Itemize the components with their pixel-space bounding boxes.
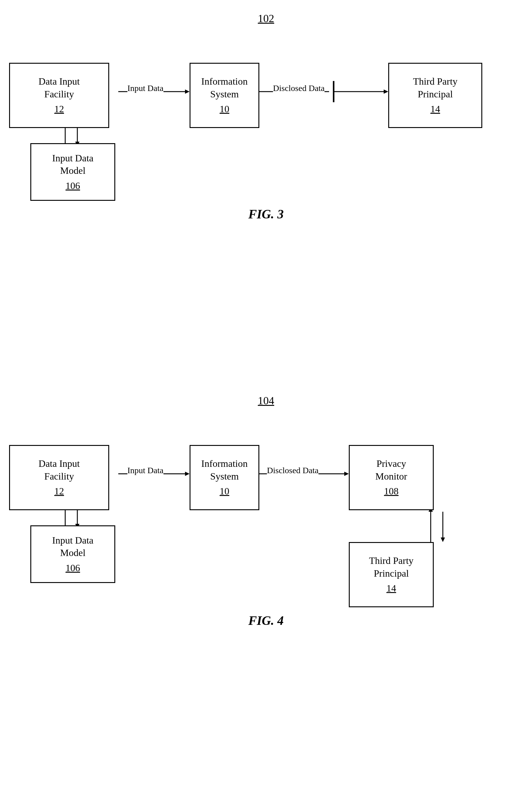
- fig4-disclosed-data-label: Disclosed Data: [267, 465, 319, 475]
- fig3-caption: FIG. 3: [0, 207, 532, 222]
- fig4-information-system-box: Information System 10: [190, 445, 259, 510]
- fig3-input-data-model-box: Input Data Model 106: [30, 143, 115, 201]
- fig4-section: 104: [0, 394, 532, 628]
- svg-marker-5: [384, 90, 388, 94]
- svg-marker-1: [185, 90, 190, 94]
- fig3-dif-line2: Facility: [44, 88, 74, 101]
- fig3-section: 102: [0, 12, 532, 222]
- fig3-diagram: Data Input Facility 12 Information Syste…: [0, 34, 532, 204]
- fig4-dif-line2: Facility: [44, 470, 74, 483]
- fig4-pm-number: 108: [384, 485, 399, 498]
- fig3-is-line2: System: [210, 88, 239, 101]
- fig3-is-number: 10: [220, 103, 229, 116]
- fig4-tpp-number: 14: [386, 582, 396, 595]
- fig4-number: 104: [0, 394, 532, 407]
- fig4-diagram: Data Input Facility 12 Information Syste…: [0, 416, 532, 610]
- fig3-tpp-number: 14: [431, 103, 440, 116]
- fig4-idm-number: 106: [65, 562, 80, 574]
- fig3-information-system-box: Information System 10: [190, 63, 259, 128]
- fig3-idm-number: 106: [65, 179, 80, 192]
- svg-marker-13: [344, 472, 349, 476]
- fig4-third-party-principal-box: Third Party Principal 14: [349, 542, 434, 607]
- fig4-is-number: 10: [220, 485, 229, 498]
- fig3-dif-number: 12: [54, 103, 64, 116]
- fig3-tpp-line1: Third Party: [413, 75, 458, 88]
- fig4-tpp-line1: Third Party: [369, 554, 414, 567]
- fig4-idm-line1: Input Data: [52, 534, 93, 547]
- fig4-is-line2: System: [210, 470, 239, 483]
- fig4-idm-line2: Model: [60, 547, 86, 559]
- fig4-privacy-monitor-box: Privacy Monitor 108: [349, 445, 434, 510]
- fig4-pm-line2: Monitor: [376, 470, 407, 483]
- fig3-idm-line1: Input Data: [52, 152, 93, 165]
- fig3-data-input-facility-box: Data Input Facility 12: [9, 63, 109, 128]
- fig4-is-line1: Information: [202, 457, 248, 470]
- fig3-idm-line2: Model: [60, 165, 86, 177]
- fig4-data-input-facility-box: Data Input Facility 12: [9, 445, 109, 510]
- fig3-disclosed-data-label: Disclosed Data: [273, 83, 325, 93]
- fig4-input-data-label: Input Data: [127, 465, 164, 475]
- fig3-tpp-line2: Principal: [418, 88, 453, 101]
- fig3-is-line1: Information: [202, 75, 248, 88]
- fig4-dif-number: 12: [54, 485, 64, 498]
- fig4-pm-line1: Privacy: [376, 457, 406, 470]
- fig3-dif-line1: Data Input: [39, 75, 80, 88]
- fig4-caption: FIG. 4: [0, 613, 532, 628]
- svg-marker-11: [185, 472, 190, 476]
- svg-marker-19: [441, 537, 445, 542]
- fig3-third-party-principal-box: Third Party Principal 14: [388, 63, 482, 128]
- page: 102: [0, 0, 532, 802]
- fig4-input-data-model-box: Input Data Model 106: [30, 526, 115, 583]
- fig4-tpp-line2: Principal: [374, 567, 409, 580]
- fig4-dif-line1: Data Input: [39, 457, 80, 470]
- fig3-number: 102: [0, 12, 532, 25]
- fig3-input-data-label: Input Data: [127, 83, 164, 93]
